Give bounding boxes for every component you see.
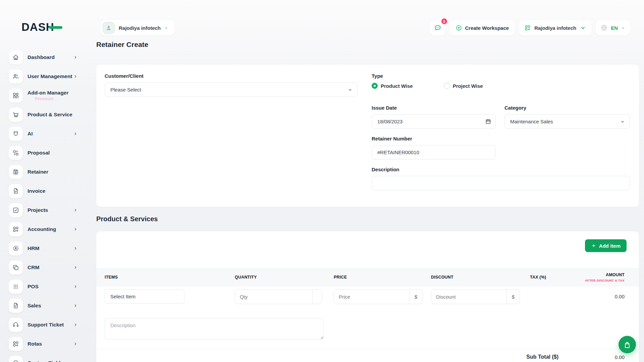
ai-icon: [12, 130, 19, 137]
items-card: Add item ITEMS QUANTITY PRICE DISCOUNT T…: [96, 231, 639, 362]
dots-grid-icon: [12, 283, 19, 290]
brand-logo-dash-icon: [49, 26, 62, 29]
home-icon: [12, 54, 19, 61]
subtotal-value: 0.00: [558, 354, 625, 360]
chevron-right-icon: [73, 55, 78, 60]
sidebar-item-sales[interactable]: Sales: [0, 299, 83, 313]
sidebar-item-product-service[interactable]: Product & Service: [0, 108, 83, 122]
sidebar-item-custom-field[interactable]: Custom Field: [0, 356, 83, 362]
sidebar-item-retainer[interactable]: Retainer: [0, 165, 83, 179]
sidebar-nav: Dashboard User Management Add-on Manager…: [0, 50, 83, 362]
radio-checked-icon: [372, 83, 378, 89]
hrm-icon: [12, 245, 19, 252]
header-items: ITEMS: [105, 275, 235, 280]
header-tax: TAX (%): [530, 275, 580, 280]
cart-icon: [12, 111, 19, 118]
header-amount: AMOUNT AFTER DISCOUNT & TAX: [580, 273, 625, 282]
discount-group: $: [431, 289, 520, 304]
globe-icon: [600, 24, 608, 32]
customer-client-select[interactable]: Please Select: [105, 82, 358, 97]
chevron-down-icon: [580, 24, 586, 31]
item-description-textarea[interactable]: [105, 318, 324, 340]
radio-unchecked-icon: [444, 83, 450, 89]
create-workspace-button[interactable]: Create Workspace: [449, 20, 515, 36]
chat-icon: [434, 24, 442, 32]
sidebar-item-rotas[interactable]: Rotas: [0, 337, 83, 351]
products-services-title: Product & Services: [96, 215, 639, 223]
sidebar-item-accounting[interactable]: Accounting: [0, 222, 83, 236]
chevron-right-icon: [73, 342, 78, 346]
cart-fab[interactable]: [619, 336, 636, 353]
chevron-right-icon: [73, 246, 78, 251]
description-label: Description: [372, 167, 630, 173]
subtotal-label: Sub Total ($): [526, 354, 558, 360]
chevron-right-icon: [73, 265, 78, 270]
items-table-header: ITEMS QUANTITY PRICE DISCOUNT TAX (%) AM…: [96, 268, 639, 287]
quantity-input[interactable]: [235, 290, 312, 304]
sidebar: DASH Dashboard User Management Add-on Ma…: [0, 0, 83, 362]
price-group: $: [334, 289, 423, 304]
messages-button[interactable]: 0: [430, 20, 445, 36]
chevron-right-icon: [73, 227, 78, 232]
amount-value: 0.00: [580, 289, 625, 304]
header-discount: DISCOUNT: [431, 275, 530, 280]
sidebar-item-add-on-manager[interactable]: Add-on Manager Premium: [0, 88, 83, 103]
quantity-stepper[interactable]: [312, 290, 322, 304]
file-icon: [12, 302, 19, 309]
language-switcher[interactable]: EN: [596, 20, 630, 36]
header-price: PRICE: [334, 275, 431, 280]
avatar: [103, 22, 115, 34]
copy-icon: [12, 264, 19, 271]
sidebar-item-projects[interactable]: Projects: [0, 203, 83, 217]
workspace-switcher[interactable]: Rajodiya infotech: [101, 20, 174, 36]
plus-circle-icon: [12, 360, 19, 362]
main-content: Rajodiya infotech 0 Create Workspace Raj…: [83, 0, 644, 362]
premium-badge: Premium: [35, 96, 68, 101]
issue-date-label: Issue Date: [372, 105, 496, 111]
price-currency-addon: $: [409, 290, 422, 304]
retainer-number-input[interactable]: [372, 145, 496, 160]
type-radio-project-wise[interactable]: Project Wise: [444, 83, 483, 89]
grid-plus-icon: [12, 226, 19, 233]
type-radio-product-wise[interactable]: Product Wise: [372, 83, 413, 89]
notification-badge: 0: [441, 18, 448, 25]
sidebar-item-hrm[interactable]: HRM: [0, 241, 83, 255]
save-icon: [12, 169, 19, 175]
check-square-icon: [12, 207, 19, 214]
description-input[interactable]: [372, 176, 630, 190]
sidebar-item-support-ticket[interactable]: Support Ticket: [0, 318, 83, 332]
add-item-button[interactable]: Add item: [585, 239, 627, 252]
sidebar-item-proposal[interactable]: Proposal: [0, 146, 83, 160]
plus-circle-icon: [455, 24, 462, 31]
sidebar-item-dashboard[interactable]: Dashboard: [0, 50, 83, 64]
chevron-down-icon: [620, 119, 625, 124]
item-select[interactable]: Select Item: [105, 289, 184, 304]
sidebar-item-crm[interactable]: CRM: [0, 260, 83, 275]
sidebar-item-invoice[interactable]: Invoice: [0, 184, 83, 198]
chevron-right-icon: [73, 131, 78, 136]
topbar: Rajodiya infotech 0 Create Workspace Raj…: [96, 20, 639, 36]
users-icon: [12, 73, 19, 80]
discount-currency-addon: $: [506, 290, 520, 304]
price-input[interactable]: [334, 290, 409, 304]
grid-icon: [12, 92, 19, 99]
person-icon: [105, 24, 112, 32]
sidebar-item-ai[interactable]: AI: [0, 127, 83, 141]
calendar-icon: [485, 118, 491, 125]
category-select[interactable]: Maintenance Sales: [504, 114, 630, 129]
sidebar-item-user-management[interactable]: User Management: [0, 69, 83, 83]
headset-icon: [12, 321, 19, 328]
sidebar-item-pos[interactable]: POS: [0, 280, 83, 294]
item-row: Select Item $: [96, 289, 639, 304]
company-switcher[interactable]: Rajodiya infotech: [519, 20, 592, 36]
chevron-right-icon: [73, 74, 78, 79]
issue-date-input[interactable]: 18/08/2023: [372, 114, 496, 129]
retainer-number-label: Retainer Number: [372, 136, 496, 142]
header-amount-note: AFTER DISCOUNT & TAX: [580, 279, 625, 282]
chevron-down-icon: [621, 26, 625, 30]
discount-input[interactable]: [431, 290, 506, 304]
brand-logo: DASH: [0, 20, 83, 34]
topbar-actions: 0 Create Workspace Rajodiya infotech EN: [430, 20, 630, 36]
language-label: EN: [611, 25, 618, 31]
app-root: DASH Dashboard User Management Add-on Ma…: [0, 0, 644, 362]
